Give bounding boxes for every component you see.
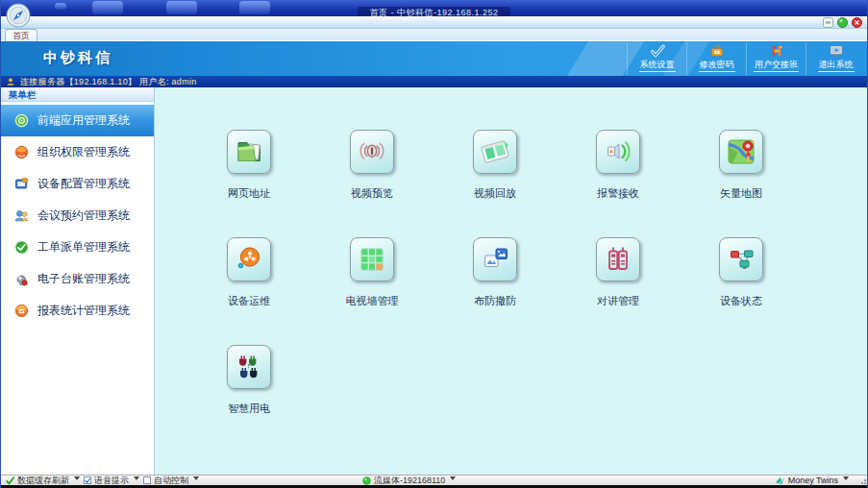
status-bar: 数据缓存刷新 语音提示 自动控制 流媒体-192168110 Money Twi… xyxy=(1,475,867,485)
auto-control-checkbox[interactable] xyxy=(143,476,151,484)
tab-bar: 首页 xyxy=(1,29,867,41)
smart-power-icon xyxy=(227,345,271,389)
tile-vector-map[interactable]: 矢量地图 xyxy=(680,130,803,201)
tile-alarm-receive[interactable]: 报警接收 xyxy=(557,130,680,201)
video-preview-icon xyxy=(350,130,394,174)
sidebar-item-report-stats[interactable]: 报表统计管理系统 xyxy=(1,295,154,327)
tile-label: 视频回放 xyxy=(474,186,516,201)
compass-logo-icon xyxy=(6,3,31,28)
tile-tv-wall[interactable]: 电视墙管理 xyxy=(310,237,434,308)
device-status-icon xyxy=(719,237,763,281)
sidebar-item-e-ledger[interactable]: 电子台账管理系统 xyxy=(1,263,154,295)
sidebar-item-label: 设备配置管理系统 xyxy=(37,176,130,192)
stream-media-label: 流媒体-192168110 xyxy=(374,475,445,487)
minimize-button[interactable] xyxy=(823,17,833,28)
ledger-icon xyxy=(13,271,30,287)
tv-wall-icon xyxy=(350,237,394,281)
voice-prompt-label: 语音提示 xyxy=(94,475,129,487)
system-settings-button[interactable]: 系统设置 xyxy=(627,42,686,75)
banner-actions: 系统设置修改密码用户交接班退出系统 xyxy=(627,42,865,75)
shift-change-label: 用户交接班 xyxy=(754,60,799,72)
connection-status-bar: 连接服务器【192.168.1.10】 用户名: admin xyxy=(1,76,867,87)
tile-label: 报警接收 xyxy=(597,186,639,201)
resize-grip[interactable] xyxy=(857,476,866,484)
shift-change-button[interactable]: 用户交接班 xyxy=(746,42,806,75)
sidebar-item-label: 报表统计管理系统 xyxy=(37,303,130,319)
tile-label: 设备状态 xyxy=(720,294,762,308)
sidebar-item-label: 会议预约管理系统 xyxy=(37,207,130,224)
header-banner: 中钞科信 系统设置修改密码用户交接班退出系统 xyxy=(1,41,867,76)
sidebar-item-label: 前端应用管理系统 xyxy=(37,112,130,129)
data-cache-refresh-label: 数据缓存刷新 xyxy=(17,475,69,487)
green-dot-icon xyxy=(362,476,371,485)
tile-label: 网页地址 xyxy=(228,186,270,201)
brand-logo: 中钞科信 xyxy=(43,49,112,67)
money-twins-icon xyxy=(775,476,785,486)
window-titlebar: 首页 - 中钞科信-192.168.1.252 xyxy=(1,0,867,16)
exit-monitor-icon xyxy=(829,43,844,59)
close-button[interactable] xyxy=(852,17,862,28)
tile-grid: 网页地址视频预览视频回放报警接收矢量地图设备运维电视墙管理布防撤防对讲管理设备状… xyxy=(187,130,867,416)
tile-label: 设备运维 xyxy=(228,294,270,308)
org-permission-icon xyxy=(13,144,30,160)
main-area: 菜单栏 前端应用管理系统组织权限管理系统设备配置管理系统会议预约管理系统工单派单… xyxy=(1,87,867,475)
tile-arm-disarm[interactable]: 布防撤防 xyxy=(434,237,557,308)
sidebar: 菜单栏 前端应用管理系统组织权限管理系统设备配置管理系统会议预约管理系统工单派单… xyxy=(1,87,155,475)
voice-prompt-checkbox[interactable] xyxy=(84,476,91,484)
vector-map-icon xyxy=(719,130,763,174)
tile-label: 视频预览 xyxy=(351,186,393,201)
meeting-icon xyxy=(13,207,30,224)
sidebar-item-org-permission[interactable]: 组织权限管理系统 xyxy=(1,136,154,168)
connection-info: 连接服务器【192.168.1.10】 用户名: admin xyxy=(20,76,197,87)
tile-smart-power[interactable]: 智慧用电 xyxy=(187,345,310,416)
tile-label: 对讲管理 xyxy=(597,294,639,308)
frontend-app-icon xyxy=(13,112,30,129)
sidebar-menu: 前端应用管理系统组织权限管理系统设备配置管理系统会议预约管理系统工单派单管理系统… xyxy=(1,102,154,327)
change-password-button[interactable]: 修改密码 xyxy=(686,42,746,75)
tile-label: 智慧用电 xyxy=(228,402,270,416)
report-icon xyxy=(13,303,30,319)
sidebar-item-label: 组织权限管理系统 xyxy=(37,144,130,160)
video-playback-icon xyxy=(473,130,517,174)
sidebar-item-label: 工单派单管理系统 xyxy=(37,239,130,256)
auto-control-dropdown[interactable]: 自动控制 xyxy=(143,475,199,487)
maximize-button[interactable] xyxy=(837,17,848,28)
sidebar-item-label: 电子台账管理系统 xyxy=(37,271,130,287)
arm-disarm-icon xyxy=(473,237,517,281)
tile-label: 电视墙管理 xyxy=(346,294,399,308)
data-cache-refresh-dropdown[interactable]: 数据缓存刷新 xyxy=(6,475,80,487)
auto-control-label: 自动控制 xyxy=(154,475,188,487)
sidebar-item-device-config[interactable]: 设备配置管理系统 xyxy=(1,168,154,200)
exit-system-button[interactable]: 退出系统 xyxy=(806,42,865,75)
workorder-icon xyxy=(13,239,30,256)
tile-label: 布防撤防 xyxy=(474,294,516,308)
intercom-icon xyxy=(596,237,640,281)
tile-device-status[interactable]: 设备状态 xyxy=(680,237,803,308)
exit-system-label: 退出系统 xyxy=(818,60,855,72)
alarm-receive-icon xyxy=(596,130,640,174)
sidebar-header: 菜单栏 xyxy=(1,87,154,102)
tab-home[interactable]: 首页 xyxy=(5,29,37,41)
voice-prompt-dropdown[interactable]: 语音提示 xyxy=(84,475,139,487)
stream-media-dropdown[interactable]: 流媒体-192168110 xyxy=(362,475,456,487)
sidebar-item-meeting-booking[interactable]: 会议预约管理系统 xyxy=(1,200,154,232)
shift-change-icon xyxy=(769,43,784,59)
money-twins-dropdown[interactable]: Money Twins xyxy=(775,476,849,486)
application-window: 首页 - 中钞科信-192.168.1.252 首页 中钞科信 系统设置修改密码… xyxy=(0,0,868,488)
device-config-icon xyxy=(13,176,30,192)
sidebar-item-work-order[interactable]: 工单派单管理系统 xyxy=(1,232,154,263)
money-twins-label: Money Twins xyxy=(788,476,838,485)
change-password-label: 修改密码 xyxy=(699,60,735,72)
check-icon xyxy=(6,476,14,485)
tile-video-preview[interactable]: 视频预览 xyxy=(310,130,434,201)
tile-intercom[interactable]: 对讲管理 xyxy=(557,237,680,308)
tile-webpage-address[interactable]: 网页地址 xyxy=(187,130,310,201)
password-case-icon xyxy=(709,43,725,59)
user-icon xyxy=(6,77,15,86)
sidebar-item-frontend-app[interactable]: 前端应用管理系统 xyxy=(1,105,154,136)
tile-video-playback[interactable]: 视频回放 xyxy=(434,130,557,201)
content-area: 网页地址视频预览视频回放报警接收矢量地图设备运维电视墙管理布防撤防对讲管理设备状… xyxy=(155,87,867,475)
tile-device-ops[interactable]: 设备运维 xyxy=(187,237,310,308)
window-controls xyxy=(823,17,862,28)
system-settings-label: 系统设置 xyxy=(639,60,676,72)
